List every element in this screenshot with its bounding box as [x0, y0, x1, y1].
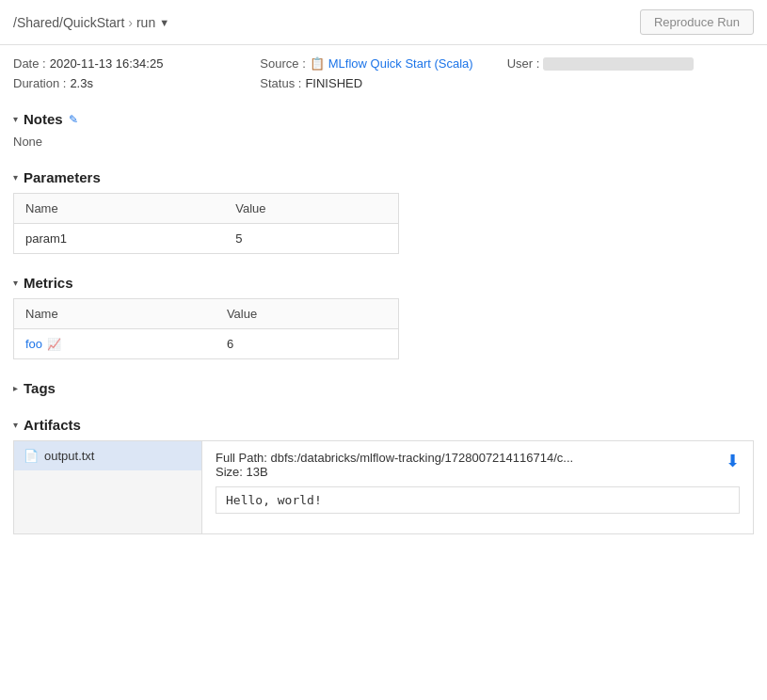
user-label: User :: [507, 56, 540, 71]
artifacts-title: Artifacts: [24, 417, 81, 433]
param-name-header: Name: [14, 194, 225, 224]
metric-value-cell: 6: [216, 329, 399, 359]
artifacts-section: ▾ Artifacts 📄 output.txt Full Path: dbfs…: [0, 407, 767, 534]
artifacts-detail: Full Path: dbfs:/databricks/mlflow-track…: [202, 441, 753, 533]
param-name-cell: param1: [14, 224, 225, 254]
full-path-label: Full Path:: [216, 451, 267, 465]
user-field: User :: [507, 56, 754, 71]
artifact-full-path: Full Path: dbfs:/databricks/mlflow-track…: [216, 451, 740, 465]
size-value: 13B: [247, 465, 268, 479]
parameters-header[interactable]: ▾ Parameters: [13, 160, 754, 193]
duration-value: 2.3s: [70, 76, 93, 90]
metrics-section: ▾ Metrics Name Value foo 📈 6: [0, 265, 767, 367]
source-label: Source :: [260, 56, 305, 71]
table-row: param1 5: [14, 224, 399, 254]
tags-section: ▸ Tags: [0, 371, 767, 404]
metrics-table-header: Name Value: [14, 299, 399, 329]
duration-field: Duration : 2.3s: [13, 76, 260, 90]
metric-name-link[interactable]: foo 📈: [25, 337, 204, 351]
metrics-table: Name Value foo 📈 6: [13, 298, 399, 359]
artifacts-tree: 📄 output.txt: [14, 441, 202, 533]
source-icon: 📋: [310, 56, 325, 71]
table-row: foo 📈 6: [14, 329, 399, 359]
param-value-header: Value: [224, 194, 398, 224]
parameters-table: Name Value param1 5: [13, 193, 399, 254]
run-label: run: [136, 15, 155, 30]
tags-title: Tags: [24, 380, 56, 396]
page-header: /Shared/QuickStart › run ▼ Reproduce Run: [0, 0, 767, 45]
reproduce-run-button[interactable]: Reproduce Run: [640, 9, 754, 35]
date-field: Date : 2020-11-13 16:34:25: [13, 56, 260, 71]
artifact-file-icon: 📄: [24, 449, 39, 463]
metrics-content: Name Value foo 📈 6: [13, 298, 754, 367]
tags-header[interactable]: ▸ Tags: [13, 371, 754, 404]
artifacts-content: 📄 output.txt Full Path: dbfs:/databricks…: [13, 440, 754, 534]
date-label: Date :: [13, 56, 46, 71]
source-link[interactable]: MLflow Quick Start (Scala): [328, 56, 473, 71]
artifact-file-item[interactable]: 📄 output.txt: [14, 441, 201, 470]
metrics-header[interactable]: ▾ Metrics: [13, 265, 754, 298]
size-label: Size:: [216, 465, 243, 479]
artifact-size: Size: 13B: [216, 465, 740, 479]
notes-value: None: [13, 131, 42, 152]
parameters-section: ▾ Parameters Name Value param1 5: [0, 160, 767, 262]
artifact-preview: Hello, world!: [216, 486, 740, 514]
parameters-toggle-icon: ▾: [13, 172, 18, 183]
artifacts-toggle-icon: ▾: [13, 420, 18, 430]
status-label: Status :: [260, 76, 301, 90]
notes-header[interactable]: ▾ Notes ✎: [13, 102, 754, 135]
date-value: 2020-11-13 16:34:25: [50, 56, 164, 71]
parameters-title: Parameters: [24, 169, 101, 185]
artifacts-header[interactable]: ▾ Artifacts: [13, 407, 754, 440]
metric-name-header: Name: [14, 299, 216, 329]
metric-name-cell[interactable]: foo 📈: [14, 329, 216, 359]
parameters-content: Name Value param1 5: [13, 193, 754, 262]
duration-label: Duration :: [13, 76, 66, 90]
trend-icon: 📈: [47, 338, 61, 351]
run-dropdown-icon[interactable]: ▼: [159, 17, 169, 28]
notes-edit-icon[interactable]: ✎: [69, 113, 78, 126]
status-field: Status : FINISHED: [260, 76, 506, 90]
parameters-table-header: Name Value: [14, 194, 399, 224]
notes-section: ▾ Notes ✎ None: [0, 102, 767, 156]
metrics-title: Metrics: [24, 275, 73, 291]
status-value: FINISHED: [305, 76, 362, 90]
user-value: [543, 57, 694, 71]
source-field: Source : 📋 MLflow Quick Start (Scala): [260, 56, 506, 71]
download-button[interactable]: ⬇: [726, 451, 740, 471]
tags-toggle-icon: ▸: [13, 383, 18, 393]
artifact-file-name: output.txt: [44, 449, 94, 463]
metadata-section: Date : 2020-11-13 16:34:25 Source : 📋 ML…: [0, 45, 767, 102]
param-value-cell: 5: [224, 224, 398, 254]
breadcrumb: /Shared/QuickStart › run ▼: [13, 15, 169, 30]
full-path-value: dbfs:/databricks/mlflow-tracking/1728007…: [271, 451, 574, 465]
notes-title: Notes: [24, 111, 63, 127]
breadcrumb-separator: ›: [128, 15, 133, 30]
metric-value-header: Value: [216, 299, 399, 329]
notes-toggle-icon: ▾: [13, 114, 18, 124]
notes-content: None: [13, 135, 754, 156]
metrics-toggle-icon: ▾: [13, 278, 18, 288]
breadcrumb-prefix: /Shared/QuickStart: [13, 15, 124, 30]
